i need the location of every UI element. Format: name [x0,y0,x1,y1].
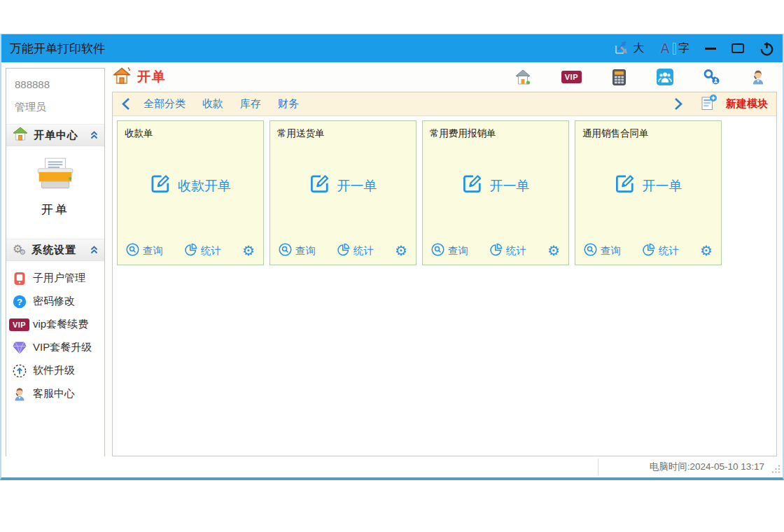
gear-icon[interactable]: ⚙ [395,244,407,258]
main-header: 开单 VIP [112,62,777,92]
header-toolbar: VIP [514,69,777,85]
pie-chart-icon [184,243,197,258]
card-stats-label: 统计 [506,244,526,258]
letter-a-icon: A [660,41,670,57]
compose-icon [615,174,636,198]
card-action-label: 开一单 [643,176,682,195]
calculator-icon[interactable] [611,69,627,85]
page-title: 开单 [137,68,167,86]
password-icon: ? [12,295,27,309]
collapse-chevron-icon[interactable] [90,131,98,139]
category-bar: 全部分类 收款 库存 财务 [113,92,776,116]
compose-icon [150,174,171,198]
chevron-right-icon[interactable] [673,97,683,111]
resize-grip[interactable] [771,464,780,476]
search-icon [431,243,444,258]
font-style-button[interactable]: A 字 [660,41,690,57]
card-create-button[interactable]: 开一单 [615,174,682,198]
card-action-label: 开一单 [337,176,377,195]
key-icon[interactable] [703,69,721,85]
gear-icon[interactable]: ⚙ [242,244,255,258]
gear-icon[interactable]: ⚙ [700,244,713,258]
status-separator [598,458,598,475]
card-footer: 查询 统计 ⚙ [431,243,560,258]
main-area: 开单 VIP [106,62,783,456]
chevron-left-icon[interactable] [121,97,131,111]
sidebar-item-label: 软件升级 [33,364,75,377]
module-cards: 收款单 收款开单 [113,116,776,270]
sidebar-item-password-change[interactable]: ? 密码修改 [12,290,104,313]
maximize-button[interactable] [732,43,744,53]
sidebar-item-vip-upgrade[interactable]: VIP套餐升级 [12,336,104,359]
category-all[interactable]: 全部分类 [144,97,186,111]
content-panel: 全部分类 收款 库存 财务 [112,92,777,456]
sidebar-item-software-upgrade[interactable]: 软件升级 [12,359,104,382]
account-role: 管理员 [15,101,104,114]
settings-list: 子用户管理 ? 密码修改 VIP [6,261,104,405]
power-icon [760,41,774,56]
category-bar-right: 新建模块 [673,94,768,114]
pie-chart-icon [489,243,503,258]
card-query-button[interactable]: 查询 [584,243,621,258]
customer-service-icon[interactable] [750,69,766,85]
category-receipts[interactable]: 收款 [202,97,223,111]
printer-icon [34,183,76,195]
card-query-button[interactable]: 查询 [126,243,163,258]
category-inventory[interactable]: 库存 [240,97,261,111]
sidebar-item-subuser-management[interactable]: 子用户管理 [12,267,104,290]
sidebar-item-vip-renew[interactable]: VIP vip套餐续费 [12,313,104,336]
sidebar-item-label: VIP套餐升级 [33,341,92,354]
house-icon [13,127,28,144]
vip-upgrade-icon [12,342,27,354]
card-title: 收款单 [118,121,263,140]
sidebar-section-system-settings[interactable]: ⚙⚙ 系统设置 [6,239,104,261]
page-house-icon [112,66,132,88]
power-button[interactable] [760,41,774,56]
compose-icon [462,174,483,198]
resize-arrows-icon [613,39,631,57]
font-size-label: 大 [634,41,645,56]
card-title: 常用送货单 [270,121,416,140]
team-icon[interactable] [657,69,673,85]
sidebar: 888888 管理员 开单中心 [1,62,106,456]
card-create-button[interactable]: 开一单 [309,174,377,198]
font-size-button[interactable]: 大 [613,39,645,57]
card-stats-button[interactable]: 统计 [337,243,374,258]
card-stats-button[interactable]: 统计 [489,243,526,258]
billing-section-label: 开单中心 [34,129,78,142]
category-finance[interactable]: 财务 [278,97,299,111]
collapse-chevron-icon[interactable] [90,246,98,254]
card-footer: 查询 统计 ⚙ [279,243,407,258]
card-query-label: 查询 [448,244,468,258]
card-query-label: 查询 [143,244,163,258]
card-title: 通用销售合同单 [575,121,721,140]
card-stats-button[interactable]: 统计 [184,243,221,258]
new-module-button[interactable]: 新建模块 [700,94,768,114]
sidebar-item-customer-service[interactable]: 客服中心 [12,382,104,405]
card-create-button[interactable]: 收款开单 [150,174,231,198]
pie-chart-icon [337,243,350,258]
gear-icon[interactable]: ⚙ [547,244,560,258]
vip-icon[interactable]: VIP [561,71,582,83]
computer-time: 电脑时间:2024-05-10 13:17 [650,461,764,473]
card-stats-button[interactable]: 统计 [642,243,679,258]
card-query-button[interactable]: 查询 [431,243,468,258]
software-upgrade-icon [12,364,27,378]
billing-shortcut[interactable]: 开单 [6,158,104,218]
sidebar-section-billing-center[interactable]: 开单中心 [6,124,104,146]
sidebar-item-label: 子用户管理 [33,272,85,285]
module-card-expense: 常用费用报销单 开一单 [422,120,569,265]
pie-chart-icon [642,243,655,258]
home-icon[interactable] [514,69,532,85]
minimize-button[interactable] [705,48,716,50]
module-card-sales-contract: 通用销售合同单 开一单 [575,120,722,265]
card-query-button[interactable]: 查询 [279,243,316,258]
text-cursor-icon [673,43,676,55]
card-title: 常用费用报销单 [423,121,568,140]
status-bar: 电脑时间:2024-05-10 13:17 [1,456,783,477]
category-links: 全部分类 收款 库存 财务 [144,97,299,111]
subuser-icon [12,272,27,286]
card-action-label: 收款开单 [178,176,231,195]
window-title: 万能开单打印软件 [10,41,105,57]
card-create-button[interactable]: 开一单 [462,174,530,198]
